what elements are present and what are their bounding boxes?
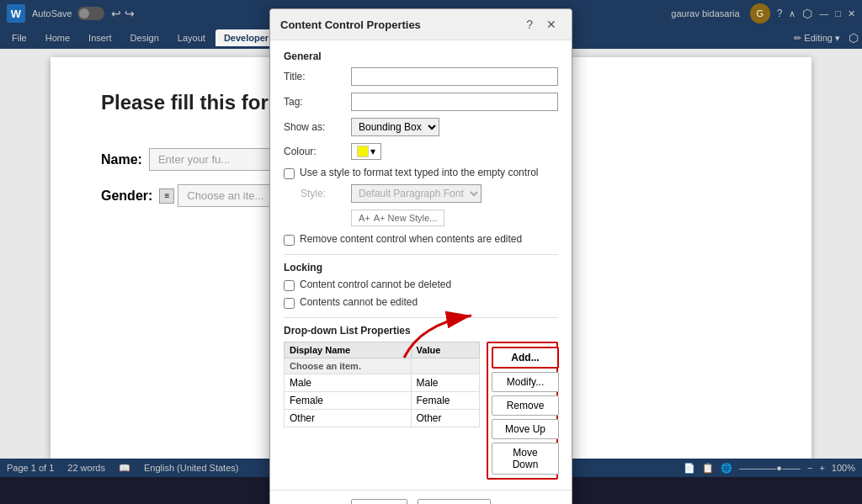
male-row[interactable]: Male Male (285, 374, 480, 392)
move-down-button[interactable]: Move Down (492, 443, 559, 475)
user-name: gaurav bidasaria (671, 8, 739, 19)
style-label: Style: (301, 188, 351, 199)
female-display: Female (285, 392, 412, 410)
new-style-row: A+ A+ New Style... (301, 210, 558, 226)
female-value: Female (411, 392, 479, 410)
editing-mode-btn[interactable]: ✏ Editing ▾ (794, 33, 840, 44)
other-display: Other (285, 410, 412, 427)
cannot-delete-checkbox[interactable] (284, 280, 295, 291)
gender-control-icon: ≡ (159, 188, 174, 204)
dialog-close-button[interactable]: ✕ (541, 16, 561, 33)
name-field-label: Name: (101, 152, 142, 167)
title-field-label: Title: (284, 71, 351, 82)
colour-picker-button[interactable]: ▾ (351, 143, 381, 160)
user-avatar: G (750, 3, 770, 24)
tab-insert[interactable]: Insert (80, 29, 120, 46)
autosave-toggle[interactable] (77, 7, 104, 20)
move-up-button[interactable]: Move Up (492, 419, 559, 439)
web-layout-icon[interactable]: 🌐 (721, 463, 732, 474)
dialog-title-bar: Content Control Properties ? ✕ (270, 9, 572, 40)
other-value: Other (411, 410, 479, 427)
display-name-header: Display Name (285, 342, 412, 358)
tab-developer[interactable]: Developer (216, 29, 277, 46)
new-style-label: A+ New Style... (374, 213, 438, 223)
dialog-title: Content Control Properties (280, 19, 421, 31)
share-button[interactable]: ⬡ (802, 7, 812, 20)
zoom-level: 100% (832, 463, 855, 473)
tab-design[interactable]: Design (122, 29, 168, 46)
status-right: 📄 📋 🌐 ————●—— − + 100% (684, 463, 855, 474)
tag-field-row: Tag: (284, 93, 558, 111)
new-style-icon: A+ (359, 213, 370, 223)
tab-home[interactable]: Home (37, 29, 78, 46)
print-layout-icon[interactable]: 📋 (702, 463, 714, 474)
maximize-button[interactable]: □ (835, 8, 841, 19)
dialog-help-button[interactable]: ? (521, 16, 538, 33)
show-as-select[interactable]: Bounding Box Tags None (351, 118, 439, 136)
general-section-header: General (284, 50, 558, 62)
title-field-row: Title: (284, 67, 558, 86)
tab-file[interactable]: File (3, 29, 35, 46)
autosave-label: AutoSave (32, 8, 72, 19)
other-row[interactable]: Other Other (285, 410, 480, 427)
remove-button[interactable]: Remove (492, 395, 559, 416)
colour-dropdown-arrow: ▾ (370, 146, 375, 157)
remove-control-label: Remove content control when contents are… (300, 233, 522, 245)
focus-mode-icon[interactable]: 📄 (684, 463, 695, 474)
choose-item-display: Choose an item. (285, 358, 412, 374)
female-row[interactable]: Female Female (285, 392, 480, 410)
tab-layout[interactable]: Layout (169, 29, 214, 46)
content-control-dialog: Content Control Properties ? ✕ General T… (269, 8, 572, 504)
cannot-delete-row: Content control cannot be deleted (284, 279, 558, 291)
proofing-icon: 📖 (119, 463, 130, 474)
title-input[interactable] (351, 67, 558, 86)
colour-label: Colour: (284, 146, 351, 157)
show-as-label: Show as: (284, 121, 351, 133)
zoom-slider[interactable]: ————●—— (739, 463, 801, 473)
remove-control-row: Remove content control when contents are… (284, 233, 558, 246)
ribbon-collapse-button[interactable]: ∧ (789, 8, 795, 19)
cannot-edit-checkbox[interactable] (284, 298, 295, 309)
tag-input[interactable] (351, 93, 558, 111)
use-style-checkbox[interactable] (284, 168, 295, 179)
colour-swatch (357, 146, 369, 157)
dialog-body: General Title: Tag: Show as: Bounding Bo… (270, 40, 572, 490)
dialog-controls: ? ✕ (521, 16, 561, 33)
remove-control-checkbox[interactable] (284, 235, 295, 246)
cannot-delete-label: Content control cannot be deleted (300, 279, 451, 290)
colour-row: Colour: ▾ (284, 143, 558, 160)
autosave-area: AutoSave (32, 7, 104, 20)
ok-button[interactable]: OK (351, 499, 407, 504)
dropdown-action-buttons: Add... Modify... Remove Move Up Move Dow… (487, 342, 558, 480)
use-style-row: Use a style to format text typed into th… (284, 167, 558, 179)
style-select[interactable]: Default Paragraph Font (351, 184, 482, 203)
language: English (United States) (144, 463, 239, 473)
male-value: Male (411, 374, 479, 392)
dialog-footer: OK Cancel (270, 490, 572, 504)
zoom-in-icon[interactable]: + (819, 463, 824, 473)
word-logo: W (7, 4, 25, 23)
title-bar-right: gaurav bidasaria G ? ∧ ⬡ — □ ✕ (671, 3, 855, 24)
show-as-row: Show as: Bounding Box Tags None (284, 118, 558, 136)
word-count: 22 words (67, 463, 105, 473)
modify-button[interactable]: Modify... (492, 372, 559, 392)
share-ribbon-btn[interactable]: ⬡ (849, 31, 859, 45)
add-button[interactable]: Add... (492, 347, 559, 369)
redo-button[interactable]: ↪ (125, 7, 135, 20)
zoom-out-icon[interactable]: − (807, 463, 812, 473)
locking-section-header: Locking (284, 254, 558, 273)
undo-button[interactable]: ↩ (111, 7, 121, 20)
undo-redo-group: ↩ ↪ (111, 7, 135, 20)
style-row: Style: Default Paragraph Font (301, 184, 558, 203)
close-button[interactable]: ✕ (848, 8, 855, 19)
minimize-button[interactable]: — (819, 8, 828, 19)
red-arrow (396, 299, 497, 366)
use-style-label: Use a style to format text typed into th… (300, 167, 538, 178)
tag-field-label: Tag: (284, 96, 351, 108)
cancel-button[interactable]: Cancel (418, 499, 491, 504)
page-count: Page 1 of 1 (7, 463, 54, 473)
gender-field-label: Gender: (101, 188, 152, 204)
help-button[interactable]: ? (777, 8, 783, 19)
new-style-button[interactable]: A+ A+ New Style... (351, 210, 444, 226)
male-display: Male (285, 374, 412, 392)
